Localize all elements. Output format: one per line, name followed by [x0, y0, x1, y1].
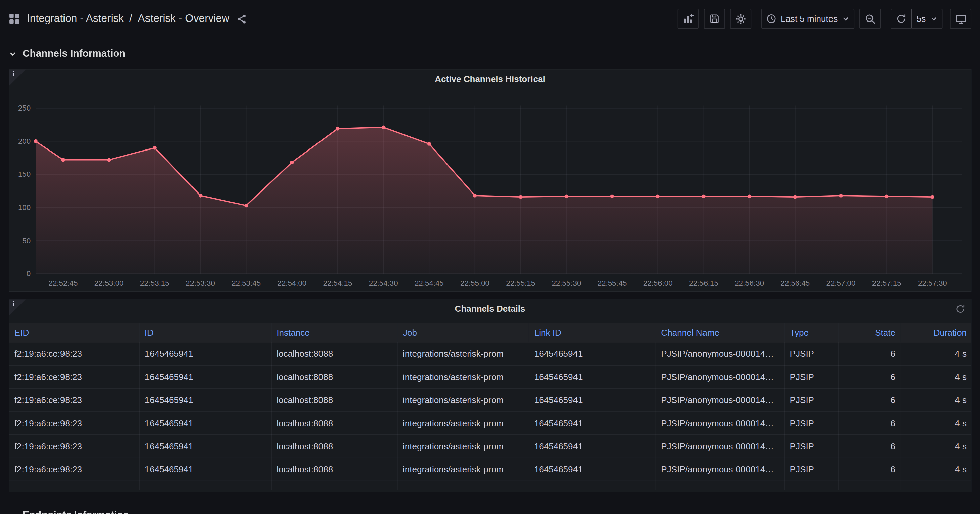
info-icon: i — [13, 300, 14, 307]
gear-icon — [735, 13, 746, 24]
column-header-type[interactable]: Type — [784, 323, 838, 342]
data-point — [885, 194, 889, 198]
table-row: f2:19:a6:ce:98:231645465941localhost:808… — [10, 342, 971, 365]
cell-job: integrations/asterisk-prom — [398, 388, 529, 411]
dashboard-settings-button[interactable] — [730, 9, 751, 29]
cell-link-id: 1645465941 — [529, 458, 656, 481]
spacer-cell — [271, 481, 398, 490]
x-tick-label: 22:54:15 — [323, 279, 352, 287]
table-row: f2:19:a6:ce:98:231645465941localhost:808… — [10, 434, 971, 458]
x-tick-label: 22:53:30 — [186, 279, 215, 287]
cell-state: 6 — [838, 411, 901, 434]
x-tick-label: 22:57:15 — [872, 279, 901, 287]
refresh-interval-dropdown[interactable]: 5s — [912, 9, 943, 29]
save-dashboard-button[interactable] — [704, 9, 725, 29]
spacer-cell — [529, 481, 656, 490]
data-point — [519, 195, 522, 199]
data-point — [793, 195, 797, 199]
toolbar: Last 5 minutes 5s — [678, 9, 971, 29]
cell-state: 6 — [838, 365, 901, 388]
cell-type: PJSIP — [784, 434, 838, 458]
data-point — [656, 194, 660, 198]
data-point — [748, 194, 751, 198]
cell-state: 6 — [838, 342, 901, 365]
timeseries-chart[interactable]: 05010015020025022:52:4522:53:0022:53:152… — [10, 70, 970, 291]
cell-id: 1645465941 — [139, 458, 272, 481]
table-header-row: EIDIDInstanceJobLink IDChannel NameTypeS… — [10, 323, 971, 342]
x-tick-label: 22:54:00 — [277, 279, 306, 287]
data-point — [153, 146, 157, 150]
x-tick-label: 22:56:30 — [735, 279, 764, 287]
column-header-channel-name[interactable]: Channel Name — [656, 323, 784, 342]
data-point — [244, 204, 248, 207]
table-row: f2:19:a6:ce:98:231645465941localhost:808… — [10, 388, 971, 411]
data-point — [61, 158, 65, 162]
column-header-duration[interactable]: Duration — [901, 323, 971, 342]
column-header-id[interactable]: ID — [139, 323, 272, 342]
cell-instance: localhost:8088 — [271, 388, 398, 411]
table-row: f2:19:a6:ce:98:231645465941localhost:808… — [10, 365, 971, 388]
cell-state: 6 — [838, 458, 901, 481]
cell-duration: 4 s — [901, 458, 971, 481]
column-header-job[interactable]: Job — [398, 323, 529, 342]
add-panel-button[interactable] — [678, 9, 699, 29]
y-tick-label: 250 — [18, 104, 30, 112]
dashboards-grid-icon[interactable] — [9, 13, 20, 24]
cell-link-id: 1645465941 — [529, 411, 656, 434]
chevron-down-icon — [930, 15, 937, 22]
spacer-cell — [838, 481, 901, 490]
cell-link-id: 1645465941 — [529, 342, 656, 365]
share-dashboard-icon[interactable] — [236, 13, 247, 24]
chevron-down-icon — [9, 511, 17, 514]
zoom-out-time-button[interactable] — [859, 9, 881, 29]
panel-title[interactable]: Channels Details — [34, 304, 945, 314]
cell-id: 1645465941 — [139, 365, 272, 388]
cell-channel-name: PJSIP/anonymous-000014… — [656, 458, 784, 481]
cell-instance: localhost:8088 — [271, 434, 398, 458]
data-point — [565, 194, 568, 198]
cell-channel-name: PJSIP/anonymous-000014… — [656, 434, 784, 458]
refresh-dashboard-button[interactable] — [891, 9, 912, 29]
clock-icon — [766, 14, 776, 24]
table-spacer-row — [10, 481, 971, 490]
section-title: Channels Information — [22, 48, 125, 59]
column-header-eid[interactable]: EID — [10, 323, 139, 342]
table-row: f2:19:a6:ce:98:231645465941localhost:808… — [10, 411, 971, 434]
data-point — [107, 158, 111, 162]
x-tick-label: 22:55:15 — [506, 279, 535, 287]
spacer-cell — [901, 481, 971, 490]
time-range-picker[interactable]: Last 5 minutes — [761, 9, 854, 29]
cell-state: 6 — [838, 388, 901, 411]
spacer-cell — [139, 481, 272, 490]
cell-type: PJSIP — [784, 342, 838, 365]
breadcrumb-dashboard[interactable]: Asterisk - Overview — [138, 13, 229, 25]
panel-refresh-icon[interactable] — [956, 304, 965, 315]
section-channels-information[interactable]: Channels Information — [9, 45, 971, 62]
data-point — [427, 142, 431, 146]
x-tick-label: 22:55:30 — [552, 279, 581, 287]
panel-info-corner[interactable]: i — [10, 299, 25, 315]
zoom-out-icon — [865, 13, 875, 24]
data-point — [199, 194, 202, 197]
breadcrumb-folder[interactable]: Integration - Asterisk — [27, 13, 124, 25]
cell-type: PJSIP — [784, 365, 838, 388]
cell-duration: 4 s — [901, 365, 971, 388]
kiosk-mode-button[interactable] — [950, 9, 971, 29]
series-area-fill — [36, 127, 932, 274]
column-header-instance[interactable]: Instance — [271, 323, 398, 342]
cell-duration: 4 s — [901, 388, 971, 411]
cell-id: 1645465941 — [139, 411, 272, 434]
save-icon — [710, 14, 720, 24]
cell-eid: f2:19:a6:ce:98:23 — [10, 458, 139, 481]
panel-channels-details: i Channels Details EIDIDInstanceJobLink … — [9, 299, 971, 492]
cell-job: integrations/asterisk-prom — [398, 342, 529, 365]
column-header-state[interactable]: State — [838, 323, 901, 342]
cell-id: 1645465941 — [139, 434, 272, 458]
time-range-label: Last 5 minutes — [781, 14, 838, 24]
cell-eid: f2:19:a6:ce:98:23 — [10, 411, 139, 434]
y-tick-label: 100 — [18, 203, 30, 212]
refresh-group: 5s — [891, 9, 942, 29]
section-endpoints-information[interactable]: Endpoints Information — [9, 506, 971, 514]
x-tick-label: 22:56:15 — [689, 279, 718, 287]
column-header-link-id[interactable]: Link ID — [529, 323, 656, 342]
